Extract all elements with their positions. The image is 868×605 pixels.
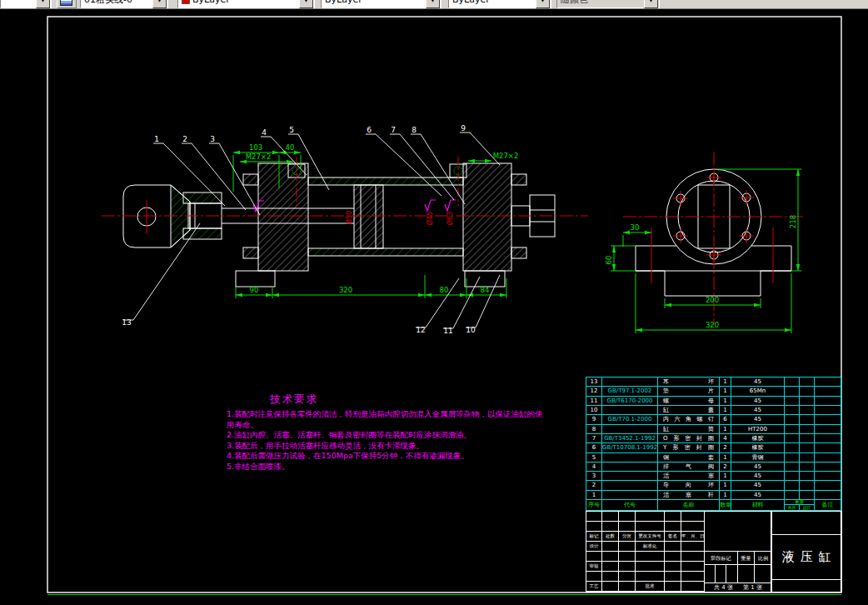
dimension-texts-end: 30 60 218 200 320 [605, 215, 797, 329]
col-header-name: 名称 [658, 500, 720, 510]
col-header-weight-each: 单件 [785, 505, 800, 510]
color-combo-value: ByLayer [192, 0, 230, 5]
label-scale: 比例 [754, 551, 772, 565]
parts-row: 12GB/T97.1-2002垫片165Mn [586, 387, 841, 396]
balloon-3: 3 [210, 135, 215, 143]
parts-header-row: 序号 代号 名称 数量 材料 重量 单件 总计 备注 [586, 500, 841, 510]
label-check: 审核 [586, 562, 602, 572]
label-standardize: 标准化 [636, 542, 665, 552]
col-header-code: 代号 [602, 500, 658, 510]
tech-req-item: 4.装配后需做压力试验，在150Mpa下保持5分钟，不得有渗漏现象。 [227, 451, 550, 462]
linetype-combo[interactable]: ByLayer ▼ [321, 0, 441, 8]
label-change-doc: 更改文件号 [636, 532, 665, 542]
dim-80: 80 [440, 286, 449, 294]
parts-list-table: 13耳环14512GB/T97.1-2002垫片165Mn11GB/T6170-… [586, 377, 841, 511]
drawing-title: 液压缸 [771, 534, 842, 580]
dim-dia-rod: Ø50 [345, 211, 353, 224]
toolbar-combo-stub[interactable]: ▼ [0, 0, 52, 8]
parts-row: 13耳环145 [586, 378, 841, 387]
label-approve: 批准 [636, 582, 665, 592]
parts-row: 8缸筒1HT200 [586, 425, 841, 434]
dim-dia-bore: Ø63 [446, 212, 454, 225]
cad-application-window: ▼ 01粗实线-0 ▼ ByLayer ▼ ByLayer ▼ ByLayer … [0, 0, 868, 605]
col-header-remark: 备注 [815, 500, 841, 510]
layer-combo-value: 01粗实线-0 [84, 0, 132, 5]
tech-req-item: 2.油缸内腔、活塞、活塞杆、铜套及密封圈等在装配时应涂抹润滑油。 [227, 430, 550, 441]
dim-40: 40 [286, 143, 295, 152]
dim-103: 103 [249, 143, 262, 152]
balloon-4: 4 [262, 128, 267, 137]
tech-req-item: 3.装配后，用手拉动活塞杆应移动灵活，没有卡滞现象。 [227, 441, 550, 452]
dim-30: 30 [631, 223, 640, 232]
label-zone: 分区 [619, 532, 636, 542]
dim-60: 60 [605, 256, 613, 265]
sheet-info: 共 4 张第 1 张 [704, 582, 772, 592]
col-header-no: 序号 [586, 500, 602, 510]
balloon-10: 10 [466, 326, 476, 334]
col-header-weight-total: 总计 [800, 505, 814, 510]
chevron-down-icon[interactable]: ▼ [644, 0, 658, 8]
balloon-12: 12 [416, 326, 425, 334]
label-process: 工艺 [586, 582, 602, 592]
chevron-down-icon[interactable]: ▼ [36, 0, 50, 8]
balloon-5: 5 [289, 126, 294, 134]
lineweight-combo-value: ByLayer [452, 0, 490, 5]
parts-row: 3活塞145 [586, 472, 841, 481]
side-section-view [123, 163, 555, 287]
dim-dia-mid: Ø45 [426, 212, 434, 225]
plotstyle-combo-value: 随颜色 [561, 0, 588, 5]
properties-toolbar: ▼ 01粗实线-0 ▼ ByLayer ▼ ByLayer ▼ ByLayer … [0, 0, 868, 9]
stage-cell [715, 564, 726, 583]
label-mark: 标记 [586, 532, 602, 542]
layer-manager-button[interactable] [57, 0, 77, 8]
chevron-down-icon[interactable]: ▼ [426, 0, 440, 8]
lineweight-combo[interactable]: ByLayer ▼ [448, 0, 551, 8]
parts-row: 11GB/T6170-2000螺母145 [586, 397, 841, 406]
plotstyle-combo[interactable]: 随颜色 ▼ [556, 0, 660, 8]
layers-icon [60, 0, 72, 6]
sheet-total: 共 4 张 [714, 584, 733, 591]
tech-req-item: 1.装配时注意保持各零件的清洁，特别是油箱内腔切勿混入金属屑等杂物，以保证油缸的… [227, 409, 550, 430]
color-swatch-icon [182, 0, 190, 4]
tech-req-title: 技术要求 [270, 392, 550, 407]
dim-90: 90 [250, 286, 259, 294]
weight-cell [737, 564, 755, 583]
balloon-13: 13 [122, 318, 131, 327]
balloon-7: 7 [391, 126, 396, 134]
parts-row: 7GB/T3452.1-1992O形密封圈4橡胶 [586, 434, 841, 443]
balloon-9: 9 [461, 124, 466, 132]
parts-rows: 13耳环14512GB/T97.1-2002垫片165Mn11GB/T6170-… [586, 378, 841, 500]
col-header-material: 材料 [731, 500, 785, 510]
dim-200: 200 [706, 296, 719, 304]
dim-84: 84 [481, 286, 490, 294]
balloon-1: 1 [154, 135, 159, 143]
parts-row: 4排气阀245 [586, 462, 841, 472]
dim-320: 320 [339, 286, 352, 294]
parts-row: 10缸盖145 [586, 406, 841, 415]
label-date: 年、月、日 [681, 532, 705, 542]
parts-row: 9GB/T70.1-2000内六角螺钉645 [586, 415, 841, 424]
chevron-down-icon[interactable]: ▼ [536, 0, 550, 8]
label-design: 设计 [586, 542, 602, 552]
chevron-down-icon[interactable]: ▼ [152, 0, 167, 8]
tech-req-item: 5.非结合面喷漆。 [227, 462, 550, 472]
title-block-revision-grid: 标记处数分区更改文件号签名年、月、日 设计标准化 审核 工艺批准 [586, 512, 705, 592]
dim-thread-left: M27×2 [246, 152, 272, 161]
scale-cell [754, 564, 772, 583]
col-header-weight: 重量 单件 总计 [785, 500, 815, 510]
unit-name-cell [771, 579, 842, 592]
color-combo[interactable]: ByLayer ▼ [177, 0, 315, 8]
dim-thread-right: M27×2 [493, 152, 519, 160]
layer-combo[interactable]: 01粗实线-0 ▼ [80, 0, 168, 8]
stage-cell [704, 564, 716, 583]
chevron-down-icon[interactable]: ▼ [299, 0, 313, 8]
parts-row: 5铜套1青铜 [586, 453, 841, 462]
code-cell [771, 511, 842, 535]
parts-row: 2导向环145 [586, 481, 841, 490]
balloon-2: 2 [182, 135, 187, 143]
linetype-combo-value: ByLayer [325, 0, 362, 5]
label-weight: 重量 [737, 551, 755, 565]
stage-cell [726, 564, 738, 583]
balloon-11: 11 [443, 327, 452, 335]
drawing-number-cell [704, 511, 772, 552]
